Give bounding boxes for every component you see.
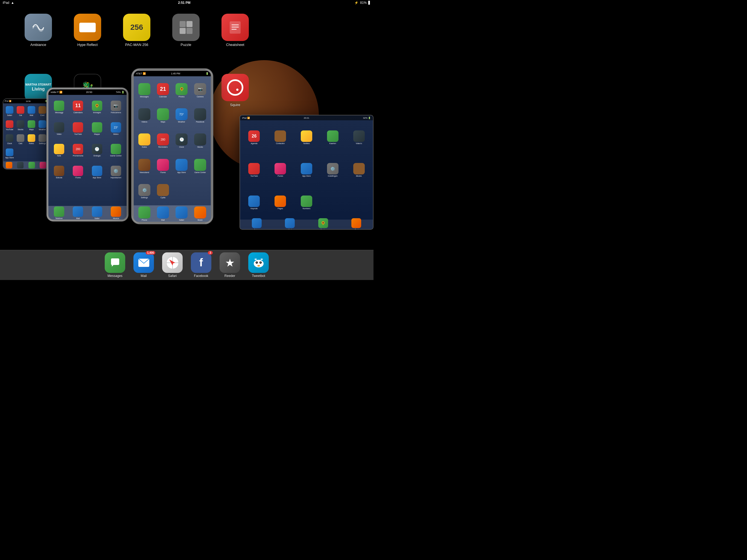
dock-reeder[interactable]: ★ Reeder [220, 252, 240, 278]
ipad-small-numbers[interactable]: Numbers [294, 186, 319, 218]
iphone-it-dock-musica[interactable]: Musica [110, 206, 122, 220]
iphone-it-itunes[interactable]: iTunes [69, 161, 87, 183]
ipod-app-mail[interactable]: Mail [26, 104, 37, 119]
ipad-small-ibooks[interactable]: iBooks [346, 154, 371, 186]
iphone-en-itunes[interactable]: iTunes [154, 154, 172, 178]
iphone-en-screen: AT&T 📶 1:45 PM 🔋 Messages 21Calendar 🌻Ph… [134, 71, 211, 222]
ipod-dock-itunes[interactable] [39, 161, 47, 169]
iphone-en-dock-music[interactable]: Music [194, 206, 207, 222]
iphone-it-impostazioni[interactable]: ⚙️Impostazioni [107, 161, 125, 183]
ipad-small-notities[interactable]: Notities [294, 122, 319, 153]
iphone-it-orologio[interactable]: 🕐Orologio [88, 140, 106, 161]
ipad-small-status: iPad 📶 20:21 32% 🔋 [240, 116, 373, 120]
dock-tweetbot[interactable]: Tweetbot [248, 252, 269, 278]
iphone-it-status: voda IT 📶 20:50 74% 🔋 [48, 90, 127, 95]
iphone-en-dock-safari[interactable]: Safari [175, 206, 188, 222]
iphone-it-mappe[interactable]: Mappe [88, 118, 106, 139]
iphone-en-settings[interactable]: ⚙️Settings [135, 179, 153, 204]
iphone-en-videos[interactable]: Videos [135, 103, 153, 128]
dock-facebook[interactable]: 3 f Facebook [191, 252, 211, 278]
iphone-it-dock-safari[interactable]: Safari [91, 206, 103, 220]
iphone-it-calendario[interactable]: 11Calendario [69, 96, 87, 118]
iphone-en-cydia[interactable]: Cydia [154, 179, 172, 204]
iphone-it-immagini[interactable]: 🌻Immagini [88, 96, 106, 118]
iphone-it-messaggi[interactable]: Messaggi [50, 96, 68, 118]
ipad-small-agenda[interactable]: 26Agenda [241, 122, 267, 153]
iphone-en-calendar[interactable]: 21Calendar [154, 78, 172, 103]
iphone-en-maps[interactable]: Maps [154, 103, 172, 128]
iphone-en-passbook[interactable]: Passbook [191, 103, 209, 128]
ipad-small-dock-mail[interactable]: Mail [284, 218, 295, 229]
iphone-it-appstore[interactable]: App Store [88, 161, 106, 183]
dock-safari[interactable]: Safari [162, 252, 183, 278]
ipad-small-dock-fotos[interactable]: 🌻Foto's [318, 218, 329, 229]
svg-point-14 [257, 265, 260, 266]
iphone-en-reminders[interactable]: 280Reminders [154, 128, 172, 153]
svg-point-12 [256, 262, 257, 262]
app-puzzle[interactable]: Puzzle [164, 14, 208, 68]
iphone-en-clock[interactable]: 🕐Clock [173, 128, 190, 153]
ipad-small-instellingen[interactable]: ⚙️Instellingen [320, 154, 345, 186]
iphone-it-dock-mail[interactable]: Mail [72, 206, 84, 220]
iphone-it-meteo[interactable]: 23°Meteo [107, 118, 125, 139]
ipod-app-clock[interactable]: Clock [4, 132, 15, 147]
iphone-en-weather[interactable]: 73°Weather [173, 103, 190, 128]
ipad-small-dock-ipod[interactable]: iPod [351, 218, 362, 229]
ipad-small-screen: iPad 📶 20:21 32% 🔋 26Agenda Contacten No… [240, 116, 373, 229]
cheatsheet-label: Cheatsheet [226, 43, 244, 47]
iphone-en-appstore[interactable]: App Store [173, 154, 190, 178]
ipod-app-calc[interactable]: Calc [15, 132, 26, 147]
ipad-small-kaarten[interactable]: Kaarten [320, 122, 345, 153]
iphone-it-dock-telefono[interactable]: Telefono [53, 206, 65, 220]
iphone-it-promemoria[interactable]: 280Promemoria [69, 140, 87, 161]
ipad-small-dock-safari[interactable]: Safari [251, 218, 262, 229]
ipad-small-contacten[interactable]: Contacten [268, 122, 293, 153]
ipod-app-appstore[interactable]: App Store [4, 147, 15, 161]
iphone-en-messages[interactable]: Messages [135, 78, 153, 103]
ipod-app-youtube[interactable]: YouTube [4, 119, 15, 133]
iphone-en-dock-mail[interactable]: Mail [156, 206, 170, 222]
iphone-it-gamecenter[interactable]: Game Center [107, 140, 125, 161]
app-ambiance[interactable]: Ambiance [17, 14, 60, 68]
iphone-it-fotocamera[interactable]: 📷Fotocamera [107, 96, 125, 118]
iphone-it-note[interactable]: Note [50, 140, 68, 161]
ipad-small-videos[interactable]: Video's [346, 122, 371, 153]
iphone-en-dock-phone[interactable]: Phone [138, 206, 151, 222]
bluetooth-icon: ⚡ [354, 1, 358, 5]
ipad-small-pages[interactable]: Pages [268, 186, 293, 218]
iphone-it-video[interactable]: Video [50, 118, 68, 139]
ipod-app-contacts[interactable]: Cont [37, 104, 48, 119]
iphone-en-camera[interactable]: 📷Camera [191, 78, 209, 103]
ipod-app-weather[interactable]: Weather [37, 119, 48, 133]
pacman-label: PAC-MAN 256 [125, 43, 148, 47]
ipod-dock-videos[interactable] [17, 161, 24, 169]
iphone-en-stocks[interactable]: Stocks [191, 128, 209, 153]
ipod-app-stocks[interactable]: Stocks [15, 119, 26, 133]
ipod-dock-music[interactable] [5, 161, 13, 169]
ipod-app-safari[interactable]: Safari [4, 104, 15, 119]
iphone-it-youtube[interactable]: YouTube [69, 118, 87, 139]
ipod-app-settings[interactable]: Settings [37, 132, 48, 147]
ipod-app-maps[interactable]: Maps [26, 119, 37, 133]
iphone-it-edicola[interactable]: Edicola [50, 161, 68, 183]
ipod-dock-photos[interactable] [28, 161, 35, 169]
iphone-en-notes[interactable]: Notes [135, 128, 153, 153]
ipad-small-itunes[interactable]: iTunes [268, 154, 293, 186]
dock-mail[interactable]: 1,406 Mail [133, 252, 154, 278]
ipod-app-notes[interactable]: Notes [26, 132, 37, 147]
safari-dock-icon [162, 252, 183, 273]
iphone-en-newsstand[interactable]: Newsstand [135, 154, 153, 178]
iphone-en-gamecenter[interactable]: Game Center [191, 154, 209, 178]
puzzle-icon [172, 14, 200, 41]
app-hype-reflect[interactable]: Hype Reflect [66, 14, 109, 68]
ipad-small-youtube[interactable]: YouTube [241, 154, 267, 186]
ipod-app-calendar[interactable]: Cal [15, 104, 26, 119]
ipod-time: 19:59 [26, 100, 31, 102]
svg-rect-0 [230, 21, 241, 34]
iphone-en-photos[interactable]: 🌻Photos [173, 78, 190, 103]
app-pacman[interactable]: 256 PAC-MAN 256 [115, 14, 159, 68]
ipad-small-appstore[interactable]: App Store [294, 154, 319, 186]
ipad-small-keynote[interactable]: Keynote [241, 186, 267, 218]
app-cheatsheet[interactable]: Cheatsheet [213, 14, 257, 68]
dock-messages[interactable]: Messages [105, 252, 125, 278]
